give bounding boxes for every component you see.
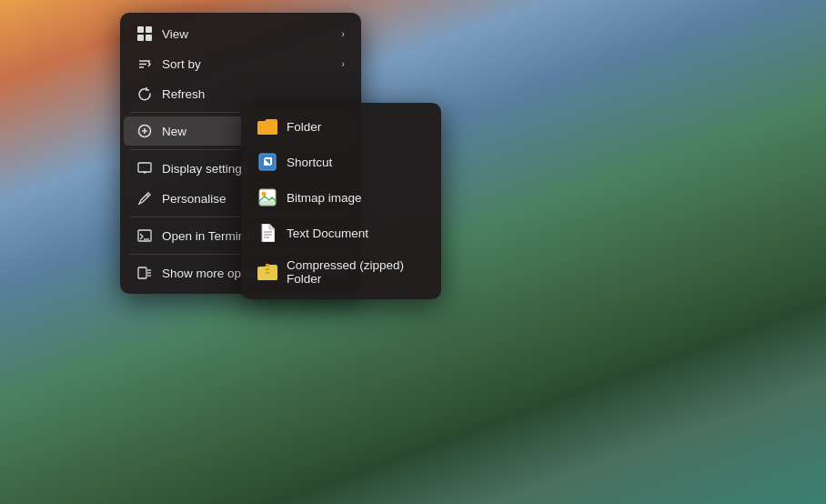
display-icon	[136, 160, 153, 176]
personalise-icon	[136, 190, 153, 207]
menu-item-display-settings-label: Display settings	[162, 162, 248, 176]
more-icon	[136, 265, 153, 281]
submenu-item-bitmap-label: Bitmap image	[287, 191, 362, 205]
menu-item-view-label: View	[162, 27, 188, 41]
submenu-item-shortcut-label: Shortcut	[287, 156, 332, 169]
svg-rect-20	[257, 124, 277, 135]
bitmap-icon	[257, 187, 277, 207]
submenu-new: Folder Shortcut Bitmap image	[241, 103, 441, 299]
svg-rect-25	[259, 201, 276, 206]
sort-icon	[136, 55, 153, 72]
zip-folder-icon	[257, 262, 277, 282]
svg-rect-34	[266, 272, 269, 274]
svg-line-13	[146, 195, 148, 197]
menu-item-refresh-label: Refresh	[162, 87, 205, 101]
submenu-item-shortcut[interactable]: Shortcut	[245, 145, 438, 179]
menu-item-sort-by[interactable]: Sort by ›	[124, 49, 358, 78]
svg-rect-32	[266, 268, 269, 270]
menu-item-personalise-label: Personalise	[162, 192, 227, 206]
submenu-item-folder-label: Folder	[287, 120, 321, 134]
svg-rect-31	[266, 267, 269, 268]
svg-rect-16	[138, 267, 146, 278]
menu-item-sort-by-label: Sort by	[162, 57, 201, 71]
refresh-icon	[136, 86, 153, 102]
submenu-item-folder[interactable]: Folder	[245, 109, 438, 144]
svg-point-24	[262, 192, 267, 197]
submenu-item-text-document[interactable]: Text Document	[245, 216, 438, 250]
menu-item-new-label: New	[162, 125, 186, 138]
submenu-item-text-document-label: Text Document	[287, 227, 368, 240]
svg-rect-33	[266, 270, 269, 272]
svg-rect-1	[146, 26, 152, 33]
svg-rect-0	[137, 26, 144, 33]
submenu-item-zip-folder-label: Compressed (zipped) Folder	[287, 258, 425, 286]
svg-rect-10	[138, 163, 151, 172]
menu-item-view[interactable]: View ›	[124, 19, 358, 48]
chevron-right-icon: ›	[341, 58, 345, 69]
submenu-item-bitmap[interactable]: Bitmap image	[245, 180, 438, 215]
terminal-icon	[136, 227, 153, 244]
submenu-item-zip-folder[interactable]: Compressed (zipped) Folder	[245, 251, 438, 293]
svg-rect-3	[146, 35, 152, 41]
folder-icon	[257, 116, 277, 136]
text-document-icon	[257, 223, 277, 243]
new-icon	[136, 123, 153, 139]
chevron-right-icon: ›	[341, 28, 345, 39]
shortcut-icon	[257, 152, 277, 172]
svg-rect-2	[137, 35, 144, 41]
svg-rect-30	[266, 264, 269, 267]
view-icon	[136, 25, 153, 42]
